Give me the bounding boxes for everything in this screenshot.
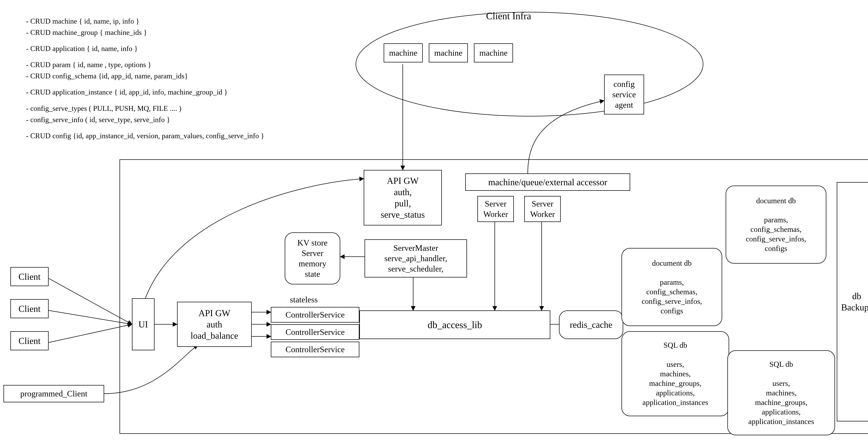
ui-box: UI	[132, 298, 155, 350]
db-access-lib-box: db_access_lib	[359, 310, 550, 339]
machine-box: machine	[474, 43, 513, 62]
document-db-box: document db params, config_schemas, conf…	[621, 248, 722, 326]
note-line: - CRUD machine { id, name, ip, info }	[26, 15, 264, 27]
client-box: Client	[10, 331, 49, 350]
note-line: - CRUD machine_group { machine_ids }	[26, 27, 264, 38]
client-box: Client	[10, 267, 49, 286]
note-line: - CRUD application_instance { id, app_id…	[26, 87, 264, 98]
sql-db-box: SQL db users, machines, machine_groups, …	[621, 331, 729, 416]
controller-service-box: ControllerService	[271, 307, 359, 322]
note-line: - CRUD param { id, name , type, options …	[26, 59, 264, 70]
note-line: - CRUD config {id, app_instance_id, vers…	[26, 130, 264, 141]
db-backups-box: db Backups	[837, 182, 868, 421]
svg-line-4	[49, 324, 132, 343]
machine-box: machine	[384, 43, 423, 62]
svg-point-1	[356, 12, 703, 116]
note-line: - CRUD application { id, name, info }	[26, 43, 264, 54]
note-line: - config_serve_info ( id, serve_type, se…	[26, 114, 264, 125]
controller-service-box: ControllerService	[271, 342, 359, 357]
kv-store-box: KV store Server memory state	[285, 232, 340, 284]
api-gw-auth-lb-box: API GW auth load_balance	[177, 302, 252, 347]
redis-cache-box: redis_cache	[559, 310, 623, 339]
stateless-label: stateless	[290, 295, 318, 304]
programmed-client-box: programmed_Client	[3, 385, 104, 402]
accessor-box: machine/queue/external accessor	[465, 173, 630, 191]
note-line: - CRUD config_schema {id, app_id, name, …	[26, 70, 264, 82]
server-master-box: ServerMaster serve_api_handler, serve_sc…	[365, 239, 467, 277]
svg-line-2	[49, 278, 132, 324]
sql-db-box: SQL db users, machines, machine_groups, …	[727, 350, 835, 435]
client-infra-title: Client Infra	[486, 10, 531, 22]
crud-notes: - CRUD machine { id, name, ip, info } - …	[26, 15, 264, 141]
svg-line-3	[49, 310, 132, 324]
server-worker-box: Server Worker	[524, 196, 561, 222]
note-line: - config_serve_types ( PULL, PUSH, MQ, F…	[26, 103, 264, 114]
controller-service-box: ControllerService	[271, 324, 359, 340]
client-box: Client	[10, 299, 49, 318]
server-worker-box: Server Worker	[477, 196, 514, 222]
machine-box: machine	[429, 43, 468, 62]
document-db-box: document db params, config_schemas, conf…	[726, 185, 826, 264]
diagram-canvas: { "notes": { "l0": "- CRUD machine { id,…	[0, 0, 868, 445]
config-service-agent-box: config service agent	[604, 75, 644, 114]
api-gw-serve-box: API GW auth, pull, serve_status	[364, 170, 442, 226]
